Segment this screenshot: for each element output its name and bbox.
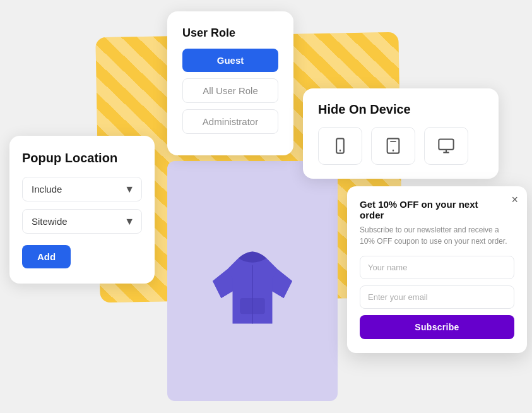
sitewide-select[interactable]: Sitewide Homepage Blog [22, 209, 142, 234]
email-input[interactable] [360, 285, 514, 309]
newsletter-description: Subscribe to our newsletter and receive … [360, 224, 514, 247]
product-card [167, 161, 338, 401]
name-input[interactable] [360, 256, 514, 279]
mobile-device-button[interactable] [318, 127, 362, 165]
hide-device-card: Hide On Device [303, 88, 499, 179]
sitewide-select-wrapper: Sitewide Homepage Blog ▼ [22, 209, 142, 234]
role-all-user-button[interactable]: All User Role [182, 78, 278, 103]
user-role-card: User Role Guest All User Role Administra… [167, 11, 293, 155]
tablet-device-button[interactable] [371, 127, 415, 165]
svg-rect-7 [439, 140, 453, 150]
device-icons-group [318, 127, 483, 165]
newsletter-title: Get 10% OFF on your next order [360, 199, 514, 220]
tablet-icon [384, 137, 402, 155]
include-select[interactable]: Include Exclude [22, 177, 142, 201]
subscribe-button[interactable]: Subscribe [360, 315, 514, 339]
role-administrator-button[interactable]: Administrator [182, 109, 278, 134]
close-button[interactable]: × [511, 194, 518, 205]
newsletter-popup: × Get 10% OFF on your next order Subscri… [347, 186, 527, 353]
sweatshirt-image [196, 224, 309, 338]
hide-device-title: Hide On Device [318, 102, 483, 117]
mobile-icon [331, 137, 349, 155]
add-button[interactable]: Add [22, 245, 71, 268]
user-role-title: User Role [182, 27, 278, 40]
role-guest-button[interactable]: Guest [182, 49, 278, 72]
svg-rect-1 [240, 298, 265, 314]
popup-location-title: Popup Location [22, 151, 142, 165]
popup-location-card: Popup Location Include Exclude ▼ Sitewid… [9, 136, 155, 284]
desktop-device-button[interactable] [424, 127, 468, 165]
desktop-icon [437, 137, 455, 155]
include-select-wrapper: Include Exclude ▼ [22, 177, 142, 201]
